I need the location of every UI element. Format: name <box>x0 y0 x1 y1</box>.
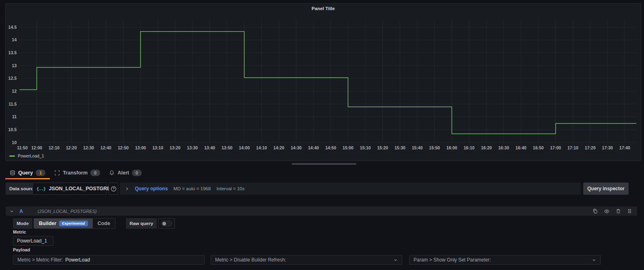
json-datasource-icon: {..} <box>36 186 46 191</box>
toggle-track <box>161 221 172 226</box>
svg-text:11: 11 <box>12 114 17 119</box>
svg-text:15:10: 15:10 <box>360 145 371 150</box>
payload-field-label: Metric > Disable Builder Refresh: <box>215 257 286 263</box>
svg-text:16:10: 16:10 <box>464 145 475 150</box>
mode-row: Mode Builder Experimental Code Raw query <box>13 218 175 229</box>
svg-text:13: 13 <box>12 63 17 68</box>
svg-text:17:20: 17:20 <box>585 145 596 150</box>
payload-row: Metric > Metric Filter: PowerLoad Metric… <box>13 255 644 265</box>
payload-field-show-only-set-parameter[interactable]: Param > Show Only Set Parameter: <box>409 255 601 265</box>
legend-item-powerload-1[interactable]: PowerLoad_1 <box>9 153 44 158</box>
payload-section-label: Payload <box>13 247 30 252</box>
drag-handle-icon <box>627 208 632 214</box>
svg-text:17:40: 17:40 <box>619 145 630 150</box>
svg-text:14:50: 14:50 <box>325 145 336 150</box>
raw-query-label: Raw query <box>126 218 157 229</box>
code-mode-label: Code <box>98 221 110 226</box>
tab-query-label: Query <box>18 170 33 176</box>
svg-text:12:00: 12:00 <box>31 145 42 150</box>
interval-value: Interval = 10s <box>216 186 244 191</box>
svg-text:14:10: 14:10 <box>256 145 267 150</box>
svg-text:14: 14 <box>12 37 17 42</box>
chevron-right-icon[interactable] <box>125 187 129 191</box>
svg-text:17:30: 17:30 <box>602 145 613 150</box>
query-options-bar: Query options MD = auto = 1968 Interval … <box>120 183 581 195</box>
editor-tabbar: Query 1 Transform 0 Alert 0 <box>5 166 146 179</box>
tab-alert-count: 0 <box>132 170 142 176</box>
query-inspector-button[interactable]: Query inspector <box>583 183 629 195</box>
svg-text:14:40: 14:40 <box>308 145 319 150</box>
datasource-help-button[interactable] <box>109 183 118 195</box>
svg-text:15:00: 15:00 <box>343 145 354 150</box>
payload-field-disable-builder-refresh[interactable]: Metric > Disable Builder Refresh: <box>211 255 402 265</box>
tab-alert-label: Alert <box>117 170 129 176</box>
svg-text:14:20: 14:20 <box>273 145 284 150</box>
svg-text:15:30: 15:30 <box>395 145 405 150</box>
raw-query-toggle[interactable] <box>158 218 175 229</box>
datasource-picker-value: JSON_LOCAL_POSTGRES <box>49 186 114 191</box>
svg-text:13:00: 13:00 <box>135 145 146 150</box>
payload-field-metric-filter[interactable]: Metric > Metric Filter: PowerLoad <box>13 255 205 265</box>
svg-text:13:30: 13:30 <box>187 145 198 150</box>
datasource-picker[interactable]: {..} JSON_LOCAL_POSTGRES <box>32 183 107 195</box>
svg-text:16:50: 16:50 <box>533 145 544 150</box>
query-a-header: A (JSON_LOCAL_POSTGRES) <box>6 206 637 216</box>
svg-text:15:20: 15:20 <box>377 145 388 150</box>
payload-field-label: Param > Show Only Set Parameter: <box>414 257 491 263</box>
svg-text:10: 10 <box>12 140 17 145</box>
svg-text:14.5: 14.5 <box>9 25 17 30</box>
help-icon <box>111 186 117 192</box>
svg-text:15:40: 15:40 <box>412 145 423 150</box>
metric-select-value: PowerLoad_1 <box>17 238 47 244</box>
tab-query[interactable]: Query 1 <box>5 166 50 179</box>
svg-text:17:10: 17:10 <box>567 145 578 150</box>
max-data-points-value: MD = auto = 1968 <box>173 186 211 191</box>
transform-icon <box>54 170 60 176</box>
tab-transform[interactable]: Transform 0 <box>50 166 104 179</box>
remove-query-button[interactable] <box>616 208 621 214</box>
svg-text:12:30: 12:30 <box>83 145 94 150</box>
grafana-panel-editor: Panel Title 1010.51111.51212.51313.51414… <box>0 0 644 270</box>
svg-text:13:40: 13:40 <box>204 145 215 150</box>
svg-text:12:20: 12:20 <box>66 145 77 150</box>
bell-icon <box>109 170 115 176</box>
chevron-down-icon <box>9 209 14 214</box>
svg-text:14:00: 14:00 <box>239 145 250 150</box>
svg-text:12: 12 <box>12 89 17 94</box>
code-mode-button[interactable]: Code <box>93 219 115 228</box>
mode-label: Mode <box>13 218 32 229</box>
svg-text:12.5: 12.5 <box>9 76 17 81</box>
pane-resize-handle[interactable] <box>292 163 356 165</box>
mode-segmented-control: Builder Experimental Code <box>34 218 115 229</box>
chevron-down-icon[interactable] <box>393 258 398 262</box>
experimental-badge: Experimental <box>59 221 88 226</box>
svg-text:12:40: 12:40 <box>100 145 111 150</box>
svg-text:10.5: 10.5 <box>9 127 17 132</box>
time-series-panel: Panel Title 1010.51111.51212.51313.51414… <box>5 3 641 161</box>
legend-label: PowerLoad_1 <box>18 153 44 158</box>
tab-transform-count: 0 <box>90 170 100 176</box>
svg-text:16:20: 16:20 <box>481 145 492 150</box>
query-actions <box>593 208 637 214</box>
chevron-down-icon[interactable] <box>592 258 596 262</box>
duplicate-query-button[interactable] <box>593 208 598 214</box>
toggle-knob <box>162 222 166 225</box>
builder-mode-label: Builder <box>39 221 56 226</box>
query-ref-id[interactable]: A <box>19 208 23 214</box>
svg-text:13:10: 13:10 <box>152 145 163 150</box>
svg-text:13:20: 13:20 <box>170 145 181 150</box>
payload-field-label: Metric > Metric Filter: <box>17 257 63 263</box>
eye-icon <box>604 208 610 214</box>
collapse-query-button[interactable] <box>6 209 18 214</box>
query-options-link[interactable]: Query options <box>135 186 168 191</box>
svg-text:12:50: 12:50 <box>118 145 129 150</box>
svg-text:11.5: 11.5 <box>9 102 17 106</box>
hide-response-button[interactable] <box>604 208 610 214</box>
builder-mode-button[interactable]: Builder Experimental <box>34 219 93 228</box>
svg-text:13:50: 13:50 <box>222 145 232 150</box>
drag-query-handle[interactable] <box>627 208 632 214</box>
tab-alert[interactable]: Alert 0 <box>104 166 146 179</box>
time-series-chart: 1010.51111.51212.51313.51414.511:5012:00… <box>6 4 641 161</box>
legend-swatch <box>9 155 15 157</box>
metric-select[interactable]: PowerLoad_1 <box>13 236 53 246</box>
